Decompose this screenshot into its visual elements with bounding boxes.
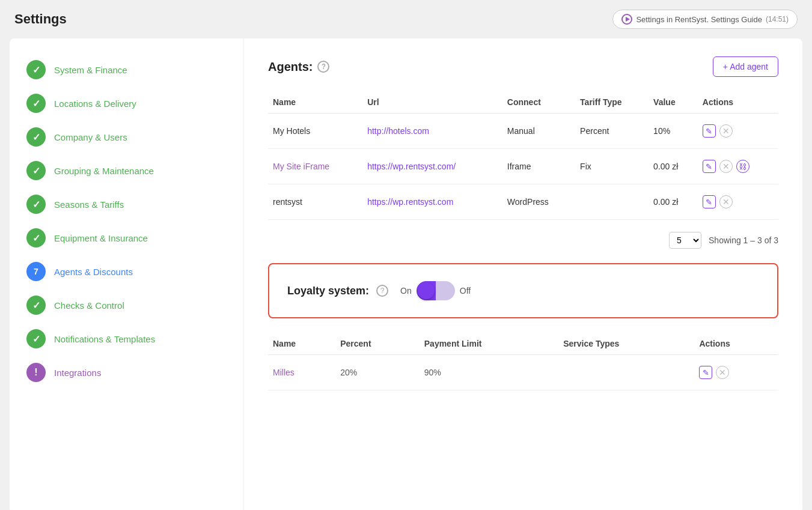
main-container: System & Finance Locations & Delivery Co… [10, 38, 802, 510]
delete-icon[interactable]: ✕ [719, 195, 733, 208]
agents-table-head: Name Url Connect Tariff Type Value Actio… [268, 91, 778, 114]
agent-value: 10% [649, 114, 698, 149]
agents-discounts-count: 7 [34, 267, 38, 276]
sidebar-item-company-users[interactable]: Company & Users [22, 120, 231, 154]
agent-name: My Site iFrame [268, 149, 362, 184]
agent-actions: ✎ ✕ [698, 114, 778, 149]
loyalty-actions: ✎ ✕ [694, 355, 778, 390]
agent-url: https://wp.rentsyst.com/ [362, 149, 502, 184]
agent-actions: ✎ ✕ ⛓ [698, 149, 778, 184]
table-row: rentsyst https://wp.rentsyst.com WordPre… [268, 184, 778, 220]
sidebar-item-equipment-insurance[interactable]: Equipment & Insurance [22, 221, 231, 255]
table-row: My Hotels http://hotels.com Manual Perce… [268, 114, 778, 149]
agents-table-header-row: Name Url Connect Tariff Type Value Actio… [268, 91, 778, 114]
agent-connect: Manual [502, 114, 575, 149]
sidebar-item-locations-delivery[interactable]: Locations & Delivery [22, 87, 231, 120]
agent-url: https://wp.rentsyst.com [362, 184, 502, 220]
sidebar-label-seasons-tariffs: Seasons & Tariffs [54, 199, 124, 210]
agent-name: My Hotels [268, 114, 362, 149]
sidebar-item-checks-control[interactable]: Checks & Control [22, 288, 231, 322]
loyalty-service-types [558, 355, 694, 390]
pagination-row: 5 10 25 Showing 1 – 3 of 3 [268, 232, 778, 249]
col-value: Value [649, 91, 698, 114]
table-row: Milles 20% 90% ✎ ✕ [268, 355, 778, 390]
sidebar-badge-locations-delivery [26, 94, 46, 113]
sidebar-item-system-finance[interactable]: System & Finance [22, 53, 231, 87]
loyalty-action-icons: ✎ ✕ [699, 366, 774, 379]
sidebar-label-notifications-templates: Notifications & Templates [54, 334, 155, 344]
agents-title: Agents: [268, 60, 313, 74]
loyalty-box: Loyalty system: ? On Off [268, 263, 778, 318]
add-agent-button[interactable]: + Add agent [713, 56, 778, 77]
sidebar-label-agents-discounts: Agents & Discounts [54, 267, 133, 277]
loyalty-col-name: Name [268, 333, 335, 355]
loyalty-name: Milles [268, 355, 335, 390]
sidebar: System & Finance Locations & Delivery Co… [10, 38, 244, 510]
showing-text: Showing 1 – 3 of 3 [709, 235, 778, 245]
col-connect: Connect [502, 91, 575, 114]
agents-section-header: Agents: ? + Add agent [268, 56, 778, 77]
loyalty-label: Loyalty system: [287, 285, 369, 297]
agent-value: 0.00 zł [649, 149, 698, 184]
col-tariff-type: Tariff Type [575, 91, 649, 114]
agent-tariff-type: Percent [575, 114, 649, 149]
sidebar-label-grouping-maintenance: Grouping & Maintenance [54, 166, 154, 176]
agents-table-body: My Hotels http://hotels.com Manual Perce… [268, 114, 778, 220]
sidebar-badge-notifications-templates [26, 329, 46, 348]
loyalty-delete-icon[interactable]: ✕ [716, 366, 729, 379]
loyalty-help-icon[interactable]: ? [376, 285, 388, 297]
sidebar-badge-grouping-maintenance [26, 161, 46, 180]
toggle-wrapper: On Off [400, 281, 471, 300]
loyalty-col-percent: Percent [335, 333, 420, 355]
sidebar-label-integrations: Integrations [54, 368, 101, 378]
play-icon [621, 14, 632, 25]
agents-title-group: Agents: ? [268, 60, 329, 74]
sidebar-label-checks-control: Checks & Control [54, 300, 124, 311]
per-page-select[interactable]: 5 10 25 [669, 232, 701, 249]
edit-icon[interactable]: ✎ [703, 124, 716, 138]
loyalty-table-head: Name Percent Payment Limit Service Types… [268, 333, 778, 355]
loyalty-table-body: Milles 20% 90% ✎ ✕ [268, 355, 778, 390]
sidebar-item-grouping-maintenance[interactable]: Grouping & Maintenance [22, 154, 231, 187]
toggle-track [417, 281, 455, 300]
sidebar-label-system-finance: System & Finance [54, 65, 127, 75]
agent-tariff-type: Fix [575, 149, 649, 184]
sidebar-item-notifications-templates[interactable]: Notifications & Templates [22, 322, 231, 356]
sidebar-item-integrations[interactable]: ! Integrations [22, 356, 231, 389]
page-title: Settings [14, 11, 67, 27]
sidebar-badge-seasons-tariffs [26, 195, 46, 214]
loyalty-percent: 20% [335, 355, 420, 390]
agents-help-icon[interactable]: ? [317, 61, 329, 73]
col-actions: Actions [698, 91, 778, 114]
loyalty-col-actions: Actions [694, 333, 778, 355]
loyalty-edit-icon[interactable]: ✎ [699, 366, 712, 379]
sidebar-item-seasons-tariffs[interactable]: Seasons & Tariffs [22, 187, 231, 221]
agent-tariff-type [575, 184, 649, 220]
guide-label: Settings in RentSyst. Settings Guide [636, 15, 762, 24]
agent-connect: WordPress [502, 184, 575, 220]
sidebar-label-locations-delivery: Locations & Delivery [54, 99, 136, 109]
sidebar-badge-agents-discounts: 7 [26, 262, 46, 281]
agent-url: http://hotels.com [362, 114, 502, 149]
delete-icon[interactable]: ✕ [719, 160, 733, 173]
guide-time: (14:51) [766, 15, 789, 23]
loyalty-header-row: Name Percent Payment Limit Service Types… [268, 333, 778, 355]
agent-name: rentsyst [268, 184, 362, 220]
edit-icon[interactable]: ✎ [703, 160, 716, 173]
action-icons-row1: ✎ ✕ [703, 124, 774, 138]
action-icons-row2: ✎ ✕ ⛓ [703, 160, 774, 173]
loyalty-col-payment-limit: Payment Limit [420, 333, 558, 355]
sidebar-item-agents-discounts[interactable]: 7 Agents & Discounts [22, 255, 231, 288]
toggle-off-label: Off [460, 286, 471, 296]
guide-button[interactable]: Settings in RentSyst. Settings Guide (14… [612, 10, 798, 29]
edit-icon[interactable]: ✎ [703, 195, 716, 208]
loyalty-toggle[interactable] [417, 281, 455, 300]
toggle-thumb [418, 282, 435, 299]
sidebar-label-equipment-insurance: Equipment & Insurance [54, 233, 148, 243]
main-content: Agents: ? + Add agent Name Url Connect T… [244, 38, 802, 510]
delete-icon[interactable]: ✕ [719, 124, 733, 138]
integrations-badge: ! [34, 367, 37, 378]
agent-connect: Iframe [502, 149, 575, 184]
loyalty-payment-limit: 90% [420, 355, 558, 390]
link-icon[interactable]: ⛓ [736, 160, 749, 173]
